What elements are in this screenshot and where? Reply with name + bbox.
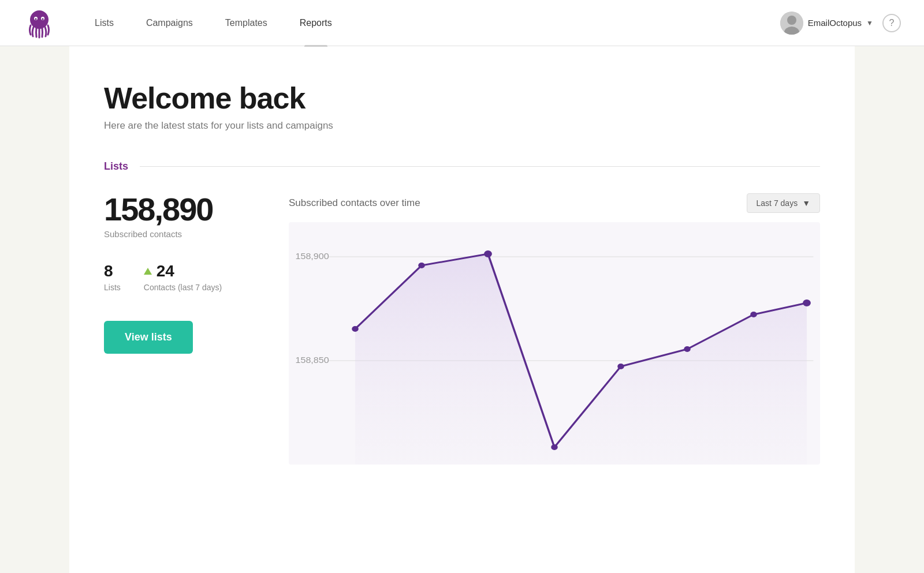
main-content: Welcome back Here are the latest stats f…: [69, 46, 855, 573]
contacts-change: 24: [144, 262, 222, 280]
chart-point: [484, 250, 492, 257]
nav-reports[interactable]: Reports: [284, 0, 348, 46]
svg-point-0: [30, 10, 49, 29]
navbar: Lists Campaigns Templates Reports EmailO…: [0, 0, 924, 46]
arrow-up-icon: [144, 268, 152, 275]
chevron-down-icon: ▼: [866, 19, 873, 27]
contacts-change-label: Contacts (last 7 days): [144, 283, 222, 292]
nav-templates[interactable]: Templates: [209, 0, 284, 46]
page-subtitle: Here are the latest stats for your lists…: [104, 120, 820, 132]
chart-point: [551, 444, 558, 450]
nav-lists[interactable]: Lists: [79, 0, 130, 46]
chart-title: Subscribed contacts over time: [289, 197, 420, 209]
nav-campaigns[interactable]: Campaigns: [130, 0, 209, 46]
svg-point-6: [787, 16, 796, 25]
username: EmailOctopus: [808, 18, 862, 28]
page-title: Welcome back: [104, 81, 820, 115]
chart-point: [750, 312, 757, 317]
stat-row: 8 Lists 24 Contacts (last 7 days): [104, 262, 254, 292]
lists-count: 8: [104, 262, 121, 280]
svg-marker-12: [355, 254, 807, 465]
chart-container: Subscribed contacts over time Last 7 day…: [289, 193, 820, 465]
user-menu[interactable]: EmailOctopus ▼: [780, 12, 873, 35]
chart-point: [803, 299, 811, 306]
view-lists-button[interactable]: View lists: [104, 321, 193, 354]
chart-header: Subscribed contacts over time Last 7 day…: [289, 193, 820, 213]
chart-point: [617, 364, 624, 369]
nav-links: Lists Campaigns Templates Reports: [79, 0, 780, 46]
svg-text:158,850: 158,850: [296, 355, 329, 365]
svg-point-3: [35, 18, 37, 20]
lists-section-title: Lists: [104, 160, 128, 173]
subscribed-count: 158,890: [104, 193, 254, 226]
section-divider: [140, 166, 820, 167]
chevron-down-icon: ▼: [802, 199, 810, 208]
svg-text:158,900: 158,900: [296, 252, 329, 261]
svg-point-4: [42, 18, 44, 20]
avatar: [780, 12, 803, 35]
subscribed-label: Subscribed contacts: [104, 229, 254, 239]
lists-stats: 158,890 Subscribed contacts 8 Lists 24 C…: [104, 193, 254, 354]
chart-point: [352, 326, 359, 332]
nav-right: EmailOctopus ▼ ?: [780, 12, 901, 35]
chart-filter-dropdown[interactable]: Last 7 days ▼: [747, 193, 820, 213]
lists-stat-item: 8 Lists: [104, 262, 121, 292]
chart-area: 158,900 158,850: [289, 222, 820, 465]
lists-label: Lists: [104, 283, 121, 292]
help-button[interactable]: ?: [882, 14, 901, 32]
chart-point: [684, 346, 691, 352]
logo[interactable]: [23, 7, 55, 39]
lists-section-header: Lists: [104, 160, 820, 173]
lists-content: 158,890 Subscribed contacts 8 Lists 24 C…: [104, 193, 820, 465]
contacts-change-stat-item: 24 Contacts (last 7 days): [144, 262, 222, 292]
chart-point: [418, 263, 425, 268]
line-chart: 158,900 158,850: [289, 222, 820, 465]
